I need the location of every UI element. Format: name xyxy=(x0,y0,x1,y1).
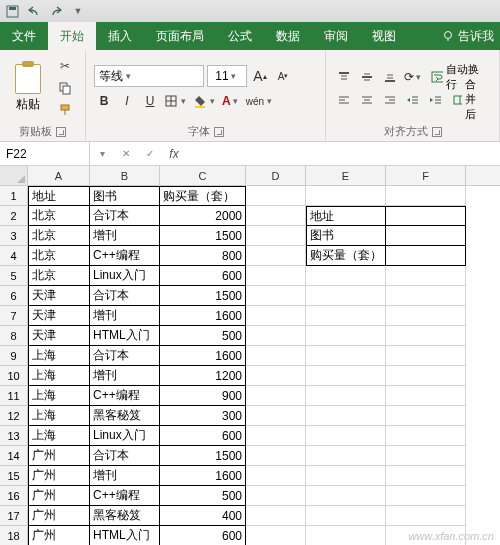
formula-bar[interactable] xyxy=(186,142,500,165)
cell[interactable]: Linux入门 xyxy=(90,266,160,286)
tab-home[interactable]: 开始 xyxy=(48,22,96,50)
cell[interactable]: HTML入门 xyxy=(90,326,160,346)
cell[interactable] xyxy=(246,186,306,206)
shrink-font-button[interactable]: A▾ xyxy=(273,66,293,86)
cell[interactable] xyxy=(386,226,466,246)
copy-button[interactable] xyxy=(54,78,76,98)
row-header[interactable]: 17 xyxy=(0,506,28,526)
cell[interactable] xyxy=(386,506,466,526)
cell[interactable] xyxy=(386,246,466,266)
cell[interactable]: 广州 xyxy=(28,466,90,486)
row-header[interactable]: 1 xyxy=(0,186,28,206)
cell[interactable]: HTML入门 xyxy=(90,526,160,545)
cell[interactable] xyxy=(386,206,466,226)
undo-icon[interactable] xyxy=(26,3,42,19)
cut-button[interactable]: ✂ xyxy=(54,56,76,76)
cell[interactable] xyxy=(246,266,306,286)
cell[interactable]: 合订本 xyxy=(90,446,160,466)
row-header[interactable]: 7 xyxy=(0,306,28,326)
cell[interactable]: 300 xyxy=(160,406,246,426)
row-header[interactable]: 10 xyxy=(0,366,28,386)
cell[interactable] xyxy=(246,426,306,446)
font-dialog-launcher[interactable] xyxy=(214,127,224,137)
cell[interactable] xyxy=(306,186,386,206)
namebox-dropdown[interactable]: ▾ xyxy=(90,142,114,165)
cell[interactable] xyxy=(246,486,306,506)
col-header-F[interactable]: F xyxy=(386,166,466,185)
cell[interactable] xyxy=(306,466,386,486)
cell[interactable] xyxy=(386,326,466,346)
cell[interactable]: 500 xyxy=(160,326,246,346)
font-color-button[interactable]: A▾ xyxy=(221,91,242,111)
cell[interactable] xyxy=(246,286,306,306)
row-header[interactable]: 2 xyxy=(0,206,28,226)
align-top-button[interactable] xyxy=(334,67,354,87)
fx-icon[interactable]: fx xyxy=(162,142,186,165)
merge-center-button[interactable]: 合并后 xyxy=(449,90,491,110)
cell[interactable] xyxy=(246,206,306,226)
orientation-button[interactable]: ⟳▾ xyxy=(403,67,424,87)
col-header-C[interactable]: C xyxy=(160,166,246,185)
row-header[interactable]: 3 xyxy=(0,226,28,246)
cell[interactable]: 增刊 xyxy=(90,466,160,486)
cell[interactable]: 上海 xyxy=(28,346,90,366)
cell[interactable] xyxy=(306,486,386,506)
tell-me[interactable]: 告诉我 xyxy=(442,22,500,50)
row-header[interactable]: 14 xyxy=(0,446,28,466)
cell[interactable] xyxy=(246,406,306,426)
cell[interactable] xyxy=(246,326,306,346)
cell[interactable]: C++编程 xyxy=(90,246,160,266)
tab-view[interactable]: 视图 xyxy=(360,22,408,50)
cell[interactable] xyxy=(386,186,466,206)
cell[interactable] xyxy=(386,386,466,406)
cell[interactable]: 广州 xyxy=(28,526,90,545)
cell[interactable] xyxy=(386,466,466,486)
cell[interactable]: 合订本 xyxy=(90,346,160,366)
cell[interactable]: 黑客秘笈 xyxy=(90,406,160,426)
cell[interactable]: 600 xyxy=(160,426,246,446)
tab-review[interactable]: 审阅 xyxy=(312,22,360,50)
cell[interactable] xyxy=(386,266,466,286)
font-size-combo[interactable]: 11▾ xyxy=(207,65,247,87)
cell[interactable]: 上海 xyxy=(28,406,90,426)
decrease-indent-button[interactable] xyxy=(403,90,423,110)
cell[interactable] xyxy=(246,526,306,545)
row-header[interactable]: 12 xyxy=(0,406,28,426)
cell[interactable] xyxy=(306,526,386,545)
cell[interactable]: 400 xyxy=(160,506,246,526)
tab-insert[interactable]: 插入 xyxy=(96,22,144,50)
cell[interactable]: 1600 xyxy=(160,306,246,326)
cell[interactable]: 1600 xyxy=(160,346,246,366)
cell[interactable]: 购买量（套） xyxy=(306,246,386,266)
align-center-button[interactable] xyxy=(357,90,377,110)
cell[interactable] xyxy=(246,366,306,386)
cell[interactable]: 上海 xyxy=(28,386,90,406)
cell[interactable]: 地址 xyxy=(306,206,386,226)
cell[interactable]: 1200 xyxy=(160,366,246,386)
cell[interactable]: 500 xyxy=(160,486,246,506)
cell[interactable] xyxy=(306,266,386,286)
cell[interactable] xyxy=(246,306,306,326)
name-box[interactable]: F22 xyxy=(0,142,90,165)
align-right-button[interactable] xyxy=(380,90,400,110)
cell[interactable]: 北京 xyxy=(28,246,90,266)
tab-file[interactable]: 文件 xyxy=(0,22,48,50)
align-middle-button[interactable] xyxy=(357,67,377,87)
row-header[interactable]: 16 xyxy=(0,486,28,506)
cell[interactable] xyxy=(306,346,386,366)
tab-formulas[interactable]: 公式 xyxy=(216,22,264,50)
col-header-B[interactable]: B xyxy=(90,166,160,185)
cell[interactable] xyxy=(306,366,386,386)
cell[interactable]: 1500 xyxy=(160,286,246,306)
cell[interactable]: 增刊 xyxy=(90,306,160,326)
cell[interactable]: 上海 xyxy=(28,366,90,386)
cell[interactable] xyxy=(306,306,386,326)
row-header[interactable]: 4 xyxy=(0,246,28,266)
col-header-A[interactable]: A xyxy=(28,166,90,185)
cell[interactable]: 600 xyxy=(160,526,246,545)
cell[interactable]: 图书 xyxy=(306,226,386,246)
cell[interactable]: 上海 xyxy=(28,426,90,446)
cell[interactable] xyxy=(246,466,306,486)
fill-color-button[interactable]: ▾ xyxy=(192,91,218,111)
cell[interactable] xyxy=(386,446,466,466)
